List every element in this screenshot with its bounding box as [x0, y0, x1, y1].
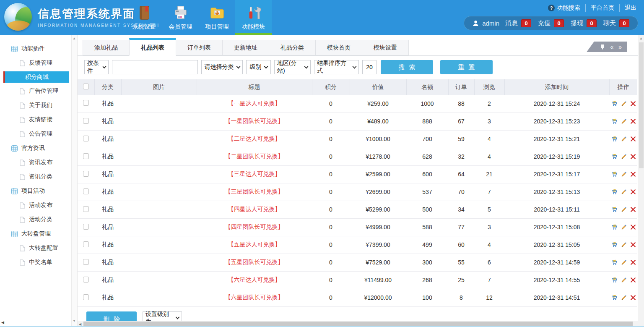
- sidebar-item-活动发布[interactable]: 活动发布: [0, 198, 77, 212]
- delete-icon[interactable]: [630, 259, 636, 265]
- sidebar-item-反馈管理[interactable]: 反馈管理: [0, 56, 77, 70]
- cart-icon[interactable]: [611, 206, 618, 213]
- nav-item-会员管理[interactable]: 会员管理: [162, 0, 199, 35]
- cart-icon[interactable]: [611, 259, 618, 266]
- toplink-search[interactable]: ?功能搜索: [548, 4, 580, 12]
- tab-礼品分类[interactable]: 礼品分类: [269, 40, 316, 55]
- cart-icon[interactable]: [611, 136, 618, 142]
- cart-icon[interactable]: [611, 100, 618, 107]
- edit-icon[interactable]: [621, 171, 627, 178]
- tab-礼品列表[interactable]: 礼品列表: [129, 38, 176, 56]
- keyword-input[interactable]: [112, 60, 198, 74]
- cart-icon[interactable]: [611, 241, 618, 248]
- delete-icon[interactable]: [630, 295, 636, 301]
- delete-icon[interactable]: [630, 277, 636, 283]
- edit-icon[interactable]: [621, 118, 627, 125]
- delete-icon[interactable]: [630, 224, 636, 230]
- gift-title-link[interactable]: 【三星团队长可兑换】: [225, 188, 284, 195]
- stat-messages[interactable]: 消息0: [505, 19, 531, 27]
- gift-title-link[interactable]: 【五星达人可兑换】: [228, 241, 281, 248]
- row-checkbox[interactable]: [83, 241, 89, 247]
- cart-icon[interactable]: [611, 277, 618, 283]
- sidebar-item-积分商城[interactable]: 积分商城: [3, 71, 69, 83]
- scroll-up-icon[interactable]: ▲: [639, 37, 643, 40]
- row-checkbox[interactable]: [83, 100, 89, 106]
- gift-title-link[interactable]: 【六星达人可兑换】: [228, 276, 281, 283]
- tab-模块设置[interactable]: 模块设置: [362, 40, 409, 55]
- region-select[interactable]: 地区(分站): [274, 60, 311, 74]
- sidebar-group-大转盘管理[interactable]: 大转盘管理: [0, 227, 77, 241]
- edit-icon[interactable]: [621, 136, 627, 142]
- sidebar-group-官方资讯[interactable]: 官方资讯: [0, 141, 77, 155]
- tab-添加礼品[interactable]: 添加礼品: [83, 40, 130, 55]
- row-checkbox[interactable]: [83, 277, 89, 283]
- cart-icon[interactable]: [611, 118, 618, 125]
- sidebar-item-大转盘配置[interactable]: 大转盘配置: [0, 241, 77, 255]
- delete-icon[interactable]: [630, 118, 636, 124]
- sidebar-item-广告位管理[interactable]: 广告位管理: [0, 84, 77, 98]
- row-checkbox[interactable]: [83, 136, 89, 141]
- cart-icon[interactable]: [611, 188, 618, 195]
- row-checkbox[interactable]: [83, 188, 89, 194]
- sidebar-item-关于我们[interactable]: 关于我们: [0, 98, 77, 112]
- gift-title-link[interactable]: 【二星达人可兑换】: [228, 135, 281, 142]
- row-checkbox[interactable]: [83, 153, 89, 159]
- gift-title-link[interactable]: 【四星达人可兑换】: [228, 206, 281, 212]
- row-checkbox[interactable]: [83, 206, 89, 212]
- search-button[interactable]: 搜索: [381, 60, 433, 74]
- sidebar-scrollbar[interactable]: ▲ ▼: [71, 35, 77, 327]
- toplink-home[interactable]: 平台首页: [585, 4, 614, 12]
- sidebar-scroll-up-icon[interactable]: ▲: [73, 37, 76, 40]
- edit-icon[interactable]: [621, 241, 627, 248]
- sidebar-item-公告管理[interactable]: 公告管理: [0, 127, 77, 141]
- nav-item-系统设置[interactable]: 系统设置: [126, 0, 162, 35]
- level-select[interactable]: 级别: [246, 60, 271, 74]
- row-checkbox[interactable]: [83, 294, 89, 300]
- edit-icon[interactable]: [621, 294, 627, 301]
- delete-icon[interactable]: [630, 189, 636, 195]
- stat-chat[interactable]: 聊天0: [603, 19, 629, 27]
- stat-withdraw[interactable]: 提现0: [571, 19, 597, 27]
- category-select[interactable]: 请选择分类: [201, 60, 243, 74]
- vertical-scroll-thumb[interactable]: [639, 42, 644, 168]
- edit-icon[interactable]: [621, 224, 627, 230]
- delete-icon[interactable]: [630, 101, 636, 107]
- row-checkbox[interactable]: [83, 224, 89, 230]
- tab-scroll-next[interactable]: »: [618, 44, 622, 50]
- delete-icon[interactable]: [630, 154, 636, 160]
- pin-icon[interactable]: [600, 44, 605, 50]
- row-checkbox[interactable]: [83, 118, 89, 124]
- gift-title-link[interactable]: 【六星团队长可兑换】: [225, 294, 284, 301]
- tab-更新地址[interactable]: 更新地址: [222, 40, 269, 55]
- sidebar-item-活动分类[interactable]: 活动分类: [0, 212, 77, 227]
- cart-icon[interactable]: [611, 153, 618, 160]
- condition-select[interactable]: 按条件: [84, 60, 109, 74]
- edit-icon[interactable]: [621, 188, 627, 195]
- sort-select[interactable]: 结果排序方式: [314, 60, 359, 74]
- sidebar-scroll-down-icon[interactable]: ▼: [73, 319, 76, 323]
- edit-icon[interactable]: [621, 277, 627, 283]
- sidebar-item-中奖名单[interactable]: 中奖名单: [0, 255, 77, 269]
- sidebar-item-友情链接[interactable]: 友情链接: [0, 112, 77, 127]
- gift-title-link[interactable]: 【二星团队长可兑换】: [225, 153, 284, 160]
- page-size-input[interactable]: [362, 60, 377, 74]
- page-scroll-left-icon[interactable]: ◀: [1, 320, 4, 324]
- tab-scroll-prev[interactable]: «: [610, 44, 613, 50]
- delete-icon[interactable]: [630, 136, 636, 142]
- stat-recharge[interactable]: 充值0: [538, 19, 564, 27]
- sidebar-group-项目活动[interactable]: 项目活动: [0, 184, 77, 198]
- sidebar-group-功能插件[interactable]: 功能插件: [0, 42, 77, 56]
- cart-icon[interactable]: [611, 171, 618, 178]
- tab-模块首页[interactable]: 模块首页: [315, 40, 362, 55]
- row-checkbox[interactable]: [83, 259, 89, 265]
- toplink-logout[interactable]: 退出: [619, 4, 636, 12]
- gift-title-link[interactable]: 【三星达人可兑换】: [228, 170, 281, 177]
- gift-title-link[interactable]: 【一星达人可兑换】: [228, 100, 281, 107]
- sidebar-item-资讯分类[interactable]: 资讯分类: [0, 170, 77, 184]
- gift-title-link[interactable]: 【五星团队长可兑换】: [225, 259, 284, 265]
- sidebar-item-资讯发布[interactable]: 资讯发布: [0, 155, 77, 170]
- gift-title-link[interactable]: 【一星团队长可兑换】: [225, 118, 284, 124]
- select-all-checkbox[interactable]: [83, 84, 89, 89]
- delete-icon[interactable]: [630, 207, 636, 212]
- tab-订单列表[interactable]: 订单列表: [176, 40, 223, 55]
